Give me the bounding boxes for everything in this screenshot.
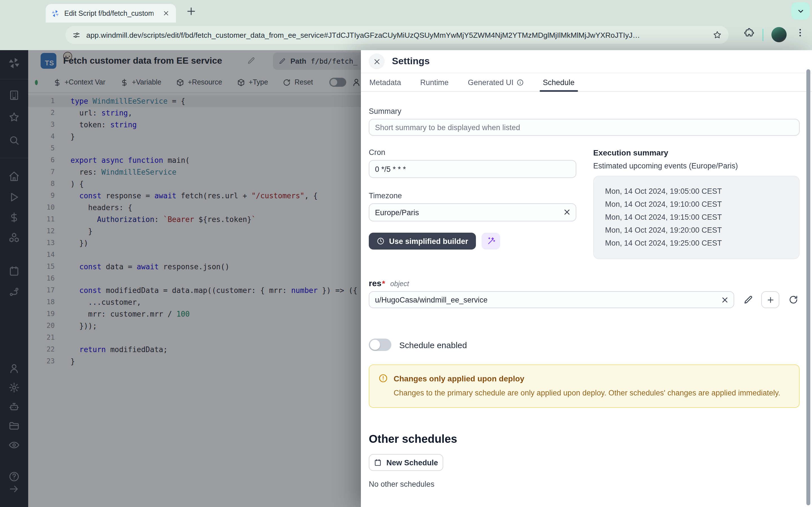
cron-input[interactable] [369, 160, 576, 178]
tab-schedule[interactable]: Schedule [542, 73, 576, 91]
browser-menu-icon[interactable] [795, 27, 805, 38]
drawer-title: Settings [392, 56, 430, 67]
magic-wand-icon [487, 237, 496, 245]
upcoming-event: Mon, 14 Oct 2024, 19:15:00 CEST [605, 211, 799, 224]
url-text: app.windmill.dev/scripts/edit/f/bd/fetch… [86, 31, 707, 39]
tab-generated-ui[interactable]: Generated UI [467, 73, 525, 91]
schedule-enabled-row: Schedule enabled [369, 339, 800, 351]
timezone-input[interactable] [369, 203, 576, 221]
new-tab-button[interactable] [186, 6, 196, 16]
url-bar[interactable]: app.windmill.dev/scripts/edit/f/bd/fetch… [65, 26, 728, 44]
execution-summary-section: Execution summary Estimated upcoming eve… [593, 148, 800, 259]
schedule-enabled-label: Schedule enabled [399, 340, 467, 349]
warning-title: Changes only applied upon deploy [394, 374, 524, 383]
simplified-builder-button[interactable]: Use simplified builder [369, 233, 476, 249]
calendar-icon [374, 459, 382, 466]
deploy-warning: Changes only applied upon deploy Changes… [369, 364, 800, 408]
drawer-header: Settings [361, 50, 812, 73]
new-schedule-button[interactable]: New Schedule [369, 454, 443, 471]
execution-summary-subtitle: Estimated upcoming events (Europe/Paris) [593, 162, 800, 170]
info-icon [516, 78, 523, 86]
bookmark-star-icon[interactable] [713, 31, 722, 40]
ai-cron-button[interactable] [482, 233, 500, 249]
toolbar-separator [762, 29, 763, 41]
upcoming-event: Mon, 14 Oct 2024, 19:10:00 CEST [605, 198, 799, 211]
upcoming-event: Mon, 14 Oct 2024, 19:20:00 CEST [605, 224, 799, 237]
browser-navbar: app.windmill.dev/scripts/edit/f/bd/fetch… [0, 22, 812, 47]
tab-strip: Edit Script f/bd/fetch_custom [0, 0, 812, 22]
close-drawer-button[interactable] [369, 54, 385, 69]
tab-runtime[interactable]: Runtime [419, 73, 450, 91]
upcoming-events-panel: Mon, 14 Oct 2024, 19:05:00 CESTMon, 14 O… [593, 176, 800, 259]
execution-summary-title: Execution summary [593, 148, 800, 157]
other-schedules-heading: Other schedules [369, 433, 800, 446]
add-resource-button[interactable] [761, 291, 779, 308]
browser-panel-chevron-button[interactable] [791, 2, 810, 20]
edit-resource-pencil-icon[interactable] [743, 295, 753, 305]
res-argument-section: res * object [369, 278, 800, 308]
cron-column: Cron Timezone Use [369, 148, 576, 259]
drawer-tabs: MetadataRuntimeGenerated UISchedule [361, 73, 812, 92]
browser-tab[interactable]: Edit Script f/bd/fetch_custom [46, 4, 176, 22]
summary-input[interactable] [369, 119, 800, 136]
clear-timezone-icon[interactable] [563, 209, 571, 216]
drawer-scrollbar[interactable] [806, 69, 810, 505]
extensions-icon[interactable] [744, 27, 755, 38]
upcoming-event: Mon, 14 Oct 2024, 19:25:00 CEST [605, 237, 799, 249]
schedule-tab-content: Summary Cron Timezone [361, 93, 812, 507]
cron-label: Cron [369, 148, 576, 157]
tab-close-icon[interactable] [161, 8, 171, 18]
res-name: res [369, 278, 382, 288]
timezone-label: Timezone [369, 191, 576, 200]
refresh-resource-icon[interactable] [788, 295, 799, 305]
warning-body: Changes to the primary schedule are only… [394, 388, 788, 399]
schedule-enabled-toggle[interactable] [369, 339, 391, 351]
summary-label: Summary [369, 107, 800, 115]
screen: Edit Script f/bd/fetch_custom [0, 0, 812, 507]
resource-input[interactable] [369, 291, 734, 308]
upcoming-event: Mon, 14 Oct 2024, 19:05:00 CEST [605, 185, 799, 198]
summary-section: Summary [369, 107, 800, 136]
windmill-favicon-icon [51, 9, 60, 18]
drawer-backdrop[interactable] [0, 50, 361, 507]
no-other-schedules-text: No other schedules [369, 480, 800, 489]
tab-title: Edit Script f/bd/fetch_custom [64, 9, 161, 17]
alert-circle-icon [378, 374, 388, 383]
site-info-icon[interactable] [72, 31, 81, 39]
res-type: object [390, 280, 409, 288]
clock-icon [377, 237, 385, 245]
browser-chrome: Edit Script f/bd/fetch_custom [0, 0, 812, 50]
profile-avatar[interactable] [771, 27, 786, 42]
tab-metadata[interactable]: Metadata [368, 73, 402, 91]
clear-resource-icon[interactable] [721, 296, 728, 304]
settings-drawer: Settings MetadataRuntimeGenerated UISche… [361, 50, 812, 507]
required-asterisk: * [382, 279, 385, 288]
